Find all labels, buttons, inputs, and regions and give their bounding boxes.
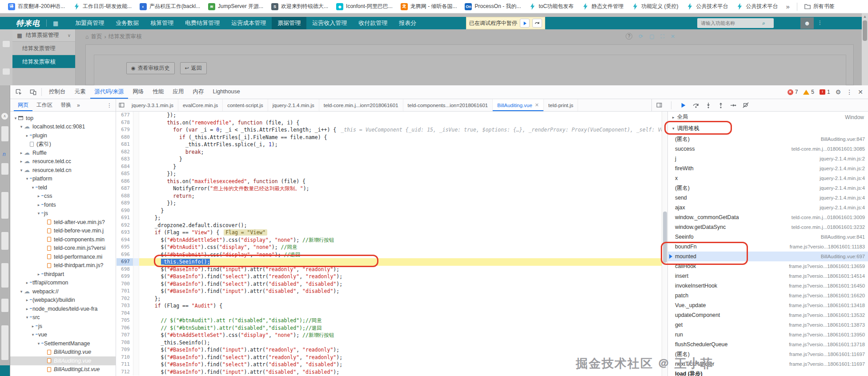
devtools-tab-元素[interactable]: 元素	[70, 85, 90, 99]
stack-frame-window.getDataSync[interactable]: window.getDataSyncteld-core.min.j...0180…	[668, 222, 868, 232]
breakpoint-gutter[interactable]	[133, 112, 139, 119]
stack-frame-Vue._update[interactable]: Vue._updateframe.js?versio...18061601:13…	[668, 300, 868, 310]
tree-row-localhost.teld.cc:9081[interactable]: ▾☁localhost.teld.cc:9081	[10, 123, 116, 132]
scrollbar-thumb[interactable]	[663, 212, 667, 263]
code-line-686[interactable]: 686 this.on("maxfilesexceeded", function…	[117, 178, 662, 185]
tree-row-(索引)[interactable]: (索引)	[10, 140, 116, 149]
devtools-kebab-icon[interactable]: ⋮	[846, 88, 852, 96]
tree-row-top[interactable]: ▾top	[10, 114, 116, 123]
tree-row-thirdpart[interactable]: ▸thirdpart	[10, 270, 116, 279]
code-line-707[interactable]: 707 $("#btnAddSettleSet").css("display",…	[117, 332, 662, 339]
stack-frame-Seeinfo[interactable]: SeeinfoBillAuditing.vue:841	[668, 232, 868, 242]
line-number[interactable]: 702	[117, 295, 133, 303]
frame-location[interactable]: frame.js?versio...18061601:13873	[784, 322, 865, 328]
stack-frame-(匿名)[interactable]: (匿名)BillAuditing.vue:847	[668, 134, 868, 144]
devtools-tab-性能[interactable]: 性能	[148, 85, 168, 99]
breakpoint-gutter[interactable]	[133, 273, 139, 280]
stack-frame-success[interactable]: successteld-core.min.j...018061601:3085	[668, 144, 868, 154]
stack-frame-window._commonGetData[interactable]: window._commonGetDatateld-core.min.j...0…	[668, 212, 868, 222]
line-number[interactable]: 699	[117, 273, 133, 280]
file-tab-evalCore.min.js[interactable]: evalCore.min.js	[178, 99, 223, 111]
code-line-698[interactable]: 698 $("#BaseInfo").find("input").attr("r…	[117, 266, 662, 273]
file-tab-teld-components...ion=2018061601[interactable]: teld-components...ion=2018061601	[403, 99, 493, 111]
breakpoint-gutter[interactable]	[133, 310, 139, 317]
line-number[interactable]: 696	[117, 251, 133, 259]
code-line-682[interactable]: 682 break;	[117, 148, 662, 156]
tree-row-teld-before-vue.min.j[interactable]: teld-before-vue.min.j	[10, 227, 116, 236]
breakpoint-gutter[interactable]	[133, 280, 139, 288]
stack-frame-mounted[interactable]: mountedBillAuditing.vue:697	[668, 252, 868, 261]
stack-frame-send[interactable]: sendjquery-2.1.4.min.js:4	[668, 193, 868, 203]
sidebar-item-结算发票管理[interactable]: 结算发票管理	[12, 42, 75, 55]
sidebar-group-header[interactable]: ▦ 结算票据管理 ∨	[12, 29, 75, 42]
line-number[interactable]: 698	[117, 266, 133, 273]
bookmark-item[interactable]: 公共技术平台	[733, 1, 782, 12]
all-bookmarks[interactable]: 所有书签	[801, 3, 838, 10]
nav-item-运营成本管理[interactable]: 运营成本管理	[225, 17, 272, 29]
search-icon[interactable]: ⌕	[762, 20, 765, 26]
tree-row-teld-components.min[interactable]: teld-components.min	[10, 235, 116, 244]
line-number[interactable]: 692	[117, 222, 133, 229]
breakpoint-gutter[interactable]	[133, 288, 139, 295]
code-line-702[interactable]: 702 };	[117, 295, 662, 303]
line-number[interactable]: 701	[117, 288, 133, 295]
bookmarks-overflow-icon[interactable]: »	[783, 3, 793, 10]
breakpoint-gutter[interactable]	[133, 346, 139, 354]
stack-frame-x[interactable]: xjquery-2.1.4.min.js:4	[668, 173, 868, 183]
line-number[interactable]: 709	[117, 346, 133, 354]
breakpoint-gutter[interactable]	[133, 302, 139, 310]
line-number[interactable]: 685	[117, 170, 133, 178]
breakpoint-gutter[interactable]	[133, 222, 139, 229]
breakpoint-gutter[interactable]	[133, 163, 139, 171]
breadcrumb-home[interactable]: 首页	[91, 33, 102, 40]
frame-location[interactable]: jquery-2.1.4.min.js:4	[815, 195, 865, 200]
bookmark-item[interactable]: 公共技术平台	[683, 1, 732, 12]
bookmark-item[interactable]: 工作日历-研发效能...	[69, 1, 135, 12]
header-kebab-icon[interactable]: ⋮	[817, 20, 823, 26]
file-tab-content-script.js[interactable]: content-script.js	[223, 99, 268, 111]
frame-location[interactable]: frame.js?versio...18061601:16620	[784, 293, 865, 298]
nav-overflow-icon[interactable]: »	[75, 102, 82, 108]
line-number[interactable]: 694	[117, 236, 133, 244]
navigator-kebab-icon[interactable]: ⋮	[107, 102, 116, 108]
code-line-690[interactable]: 690 }	[117, 207, 662, 215]
code-line-694[interactable]: 694 $("#btnAddSettleSet").css("display",…	[117, 236, 662, 244]
navigator-tab-替换[interactable]: 替换	[56, 99, 75, 111]
frame-location[interactable]: teld-core.min.j...018061601:3009	[787, 215, 865, 220]
stack-frame-get[interactable]: getframe.js?versio...18061601:13873	[668, 320, 868, 330]
breakpoint-gutter[interactable]	[133, 126, 139, 134]
nav-item-业务数据[interactable]: 业务数据	[110, 17, 145, 29]
code-line-703[interactable]: 703 if (Flag == "Audit") {	[117, 302, 662, 310]
breakpoint-gutter[interactable]	[133, 148, 139, 156]
line-number[interactable]: 688	[117, 192, 133, 200]
toggle-navigator-icon[interactable]	[116, 99, 127, 111]
tree-row-resource.teld.cn[interactable]: ▾☁resource.teld.cn	[10, 166, 116, 175]
sidebar-item-结算发票审核[interactable]: 结算发票审核	[12, 55, 75, 68]
bookmark-item[interactable]: 功能定义 (受控)	[628, 1, 682, 12]
bookmark-item[interactable]: 译百度翻译-200种语...	[4, 1, 68, 12]
frame-location[interactable]: teld-core.min.j...018061601:3085	[787, 146, 865, 152]
code-line-697[interactable]: 697 _this.Seeinfo();	[117, 258, 662, 266]
tree-row-resource.teld.cc[interactable]: ▸☁resource.teld.cc	[10, 157, 116, 166]
scrollbar-thumb[interactable]	[863, 20, 867, 41]
devtools-tab-内存[interactable]: 内存	[188, 85, 208, 99]
devtools-tab-Lighthouse[interactable]: Lighthouse	[208, 85, 244, 99]
line-number[interactable]: 707	[117, 332, 133, 339]
code-line-709[interactable]: 709 $("#BaseInfo").find("input").attr("r…	[117, 346, 662, 354]
tree-row-BillAuditing.vue[interactable]: BillAuditing.vue	[10, 356, 116, 365]
line-number[interactable]: 700	[117, 280, 133, 288]
file-tab-jquery-3.3.1.min.js[interactable]: jquery-3.3.1.min.js	[127, 99, 178, 111]
file-tab-teld-core.min.j...ion=2018061601[interactable]: teld-core.min.j...ion=2018061601	[319, 99, 403, 111]
line-number[interactable]: 678	[117, 119, 133, 127]
breakpoint-gutter[interactable]	[133, 178, 139, 185]
line-number[interactable]: 706	[117, 324, 133, 332]
frame-location[interactable]: frame.js?versio...18061601:14514	[784, 273, 865, 279]
search-input[interactable]	[700, 20, 762, 26]
tree-row-fonts[interactable]: ▸fonts	[10, 200, 116, 209]
line-number[interactable]: 681	[117, 141, 133, 148]
breakpoint-gutter[interactable]	[133, 214, 139, 222]
line-number[interactable]: 693	[117, 229, 133, 236]
stack-frame-updateComponent[interactable]: updateComponentframe.js?versio...1806160…	[668, 310, 868, 320]
apps-grid-icon[interactable]: ▦	[53, 20, 58, 27]
tree-row-plugin[interactable]: ▸plugin	[10, 131, 116, 140]
